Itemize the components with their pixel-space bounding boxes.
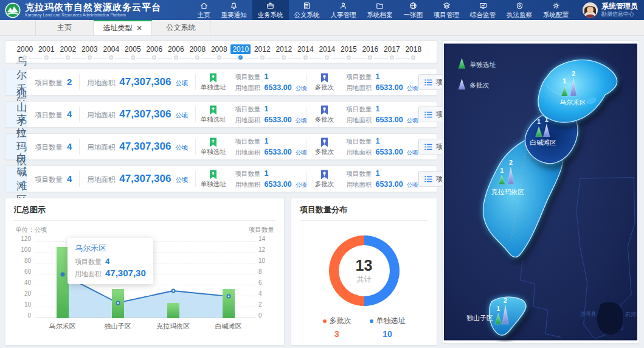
timeline-dot[interactable] — [44, 55, 49, 60]
timeline-year[interactable]: 2002 — [57, 44, 79, 63]
tab[interactable]: 主页 — [35, 20, 94, 35]
timeline-year[interactable]: 2001 — [36, 44, 58, 63]
single-site-badge: 单独选址 — [196, 170, 230, 189]
avatar[interactable] — [583, 2, 598, 18]
timeline-year[interactable]: 2015 — [338, 44, 360, 63]
multi-batch-badge: 多批次 — [307, 137, 341, 156]
timeline-year[interactable]: 2012 — [252, 44, 274, 63]
left-tick-label: 100 — [14, 246, 31, 253]
timeline-dot[interactable] — [347, 55, 351, 60]
timeline-dot[interactable] — [368, 55, 372, 60]
gear-icon — [552, 1, 561, 10]
svg-text:2: 2 — [572, 70, 575, 77]
nav-item-person[interactable]: 人事管理 — [325, 0, 362, 20]
timeline-dot[interactable] — [390, 55, 394, 60]
timeline-year[interactable]: 2010 — [230, 44, 252, 63]
district-project-count: 4 — [67, 109, 72, 119]
nav-item-shield[interactable]: 执法监察 — [501, 0, 538, 20]
nav-item-briefcase[interactable]: 业务系统 — [252, 0, 289, 20]
tooltip-row1-value: 4 — [105, 257, 109, 266]
timeline-year[interactable]: 2018 — [403, 44, 424, 63]
pie-legend-item[interactable]: 单独选址 10 — [370, 316, 406, 339]
left-tick-label: 10 — [14, 301, 31, 308]
main-nav: 主页 重要通知 业务系统 公文系统 人事管理 系统档案 一张图 项目管理 综合监… — [192, 0, 575, 20]
svg-text:1: 1 — [537, 118, 541, 125]
district-map[interactable]: 沙湾县 石河子 单独选址 多批次 12乌尔禾区11白碱滩区12克拉玛依区12独山… — [444, 42, 637, 342]
right-tick-label: 2 — [258, 301, 275, 308]
timeline-year[interactable]: 2016 — [359, 44, 381, 63]
bar-乌尔禾区[interactable] — [57, 247, 69, 318]
timeline-dot[interactable] — [325, 55, 329, 60]
timeline-dot[interactable] — [131, 55, 135, 60]
timeline-dot[interactable] — [303, 55, 308, 60]
tooltip-row1-label: 项目数量 — [75, 257, 102, 266]
timeline-year[interactable]: 2005 — [122, 44, 144, 63]
district-land-area: 47,307,306 — [119, 141, 171, 153]
timeline-dot[interactable] — [195, 55, 199, 60]
donut-chart[interactable]: 13 共计 — [329, 235, 400, 306]
nav-item-folder[interactable]: 系统档案 — [362, 0, 398, 20]
timeline-dot[interactable] — [174, 55, 178, 60]
legend-dot — [323, 319, 327, 323]
app-logo-icon — [5, 2, 21, 18]
timeline-year[interactable]: 2012 — [273, 44, 295, 63]
timeline-dot[interactable] — [152, 55, 156, 60]
left-tick-label: 40 — [14, 279, 31, 286]
tab[interactable]: 公文系统 — [152, 20, 210, 35]
timeline-year[interactable]: 2008 — [187, 44, 209, 63]
timeline-dot[interactable] — [411, 55, 415, 60]
nav-item-globe[interactable]: 一张图 — [398, 0, 429, 20]
timeline-year[interactable]: 2004 — [100, 44, 122, 63]
timeline-year[interactable]: 2014 — [295, 44, 317, 63]
line-point-乌尔禾区[interactable] — [60, 273, 64, 277]
pie-legend-item[interactable]: 多批次 3 — [323, 316, 351, 339]
nav-item-layers[interactable]: 项目管理 — [428, 0, 465, 20]
svg-text:2: 2 — [504, 297, 507, 304]
left-tick-label: 80 — [14, 257, 31, 264]
single-site-badge: 单独选址 — [196, 73, 230, 92]
bar-白碱滩区[interactable] — [223, 289, 235, 318]
line-point-克拉玛依区[interactable] — [171, 289, 175, 293]
timeline-year[interactable]: 2006 — [165, 44, 187, 63]
right-tick-label: 6 — [258, 279, 275, 286]
timeline-year[interactable]: 2014 — [316, 44, 338, 63]
timeline-year[interactable]: 2008 — [209, 44, 230, 63]
multi-batch-badge: 多批次 — [307, 170, 341, 189]
timeline-year[interactable]: 2017 — [381, 44, 403, 63]
svg-text:1: 1 — [496, 305, 500, 312]
timeline-dot[interactable] — [217, 55, 221, 60]
district-row: 克拉玛依区 项目数量4 用地面积47,307,306公顷 单独选址 项目数量1 … — [5, 133, 437, 160]
bar-克拉玛依区[interactable] — [167, 303, 179, 318]
app-subtitle: Karamay Land and Resources Administratio… — [25, 12, 150, 17]
tab-close-icon[interactable]: ✕ — [136, 24, 142, 32]
timeline-dot[interactable] — [109, 55, 113, 60]
timeline-year[interactable]: 2003 — [79, 44, 101, 63]
timeline-dot[interactable] — [66, 55, 70, 60]
left-tick-label: 60 — [14, 268, 31, 275]
svg-text:1: 1 — [563, 77, 566, 85]
chart-tooltip: 乌尔禾区 项目数量 4 用地面积 47,307,30 — [68, 238, 153, 284]
list-icon — [424, 144, 432, 150]
multi-batch-stats: 项目数量1 用地面积6533.00公顷 — [341, 169, 418, 189]
timeline-dot[interactable] — [260, 55, 265, 60]
line-point-白碱滩区[interactable] — [226, 294, 230, 299]
nav-item-monitor[interactable]: 综合监管 — [465, 0, 501, 20]
list-icon — [424, 176, 432, 183]
shield-icon — [515, 1, 524, 10]
timeline-dot[interactable] — [88, 55, 92, 60]
nav-item-gear[interactable]: 系统配置 — [538, 0, 574, 20]
timeline-dot[interactable] — [23, 55, 27, 60]
district-name: 白碱滩区 — [5, 166, 27, 192]
timeline-year[interactable]: 2000 — [14, 44, 36, 63]
user-menu[interactable]: 系统管理员 勘测信息中心 — [583, 2, 638, 18]
nav-item-home[interactable]: 主页 — [192, 0, 216, 20]
home-icon — [199, 1, 209, 10]
timeline-dot[interactable] — [282, 55, 286, 60]
pie-legend-value: 10 — [370, 329, 406, 339]
timeline-year[interactable]: 2006 — [144, 44, 165, 63]
timeline-dot[interactable] — [238, 55, 243, 60]
nav-item-bell[interactable]: 重要通知 — [216, 0, 252, 20]
tab[interactable]: 选址类型 ✕ — [94, 20, 152, 35]
line-point-独山子区[interactable] — [116, 301, 120, 305]
nav-item-document[interactable]: 公文系统 — [289, 0, 325, 20]
